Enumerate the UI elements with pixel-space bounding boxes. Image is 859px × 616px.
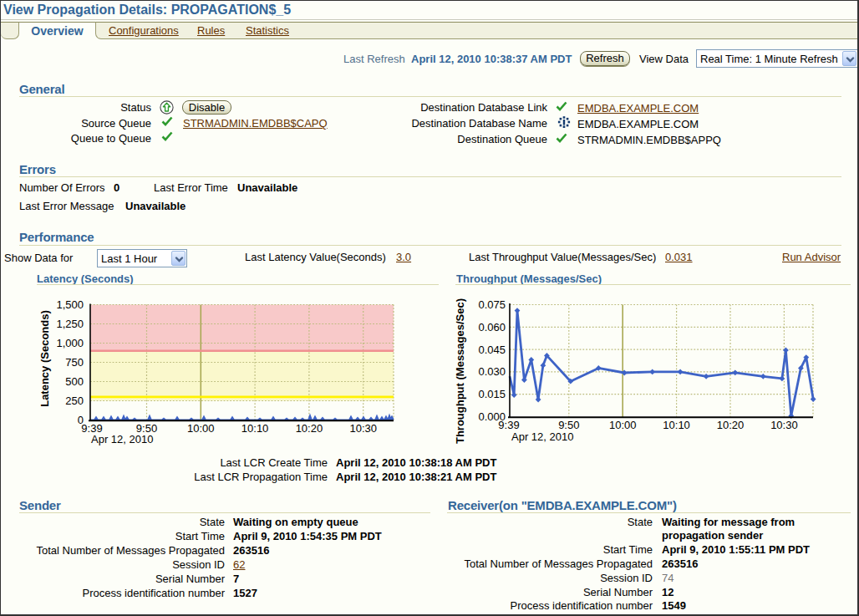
svg-text:10:10: 10:10 (241, 422, 269, 435)
svg-text:10:20: 10:20 (296, 422, 323, 435)
svg-text:250: 250 (65, 395, 84, 407)
svg-text:9:39: 9:39 (498, 419, 519, 431)
svg-text:Apr 12, 2010: Apr 12, 2010 (511, 430, 573, 443)
svg-text:10:00: 10:00 (187, 422, 215, 435)
svg-text:0.045: 0.045 (478, 344, 506, 356)
svg-text:0.075: 0.075 (478, 298, 506, 311)
svg-text:Apr 12, 2010: Apr 12, 2010 (91, 433, 153, 445)
svg-text:10:30: 10:30 (770, 419, 798, 431)
svg-text:0.060: 0.060 (478, 321, 506, 333)
svg-text:750: 750 (65, 356, 84, 369)
svg-text:1,250: 1,250 (56, 318, 84, 330)
svg-text:500: 500 (65, 375, 84, 388)
svg-text:0.015: 0.015 (478, 388, 506, 400)
svg-text:10:30: 10:30 (349, 422, 377, 435)
svg-text:9:50: 9:50 (558, 419, 579, 431)
svg-text:0.030: 0.030 (478, 365, 506, 378)
svg-text:1,000: 1,000 (56, 337, 84, 349)
svg-text:Throughput (Messages/Sec): Throughput (Messages/Sec) (454, 298, 466, 444)
svg-text:10:20: 10:20 (717, 419, 745, 431)
svg-text:10:00: 10:00 (609, 419, 637, 431)
svg-text:10:10: 10:10 (663, 419, 690, 431)
svg-text:Latency (Seconds): Latency (Seconds) (38, 310, 51, 407)
svg-text:1,500: 1,500 (56, 298, 84, 311)
